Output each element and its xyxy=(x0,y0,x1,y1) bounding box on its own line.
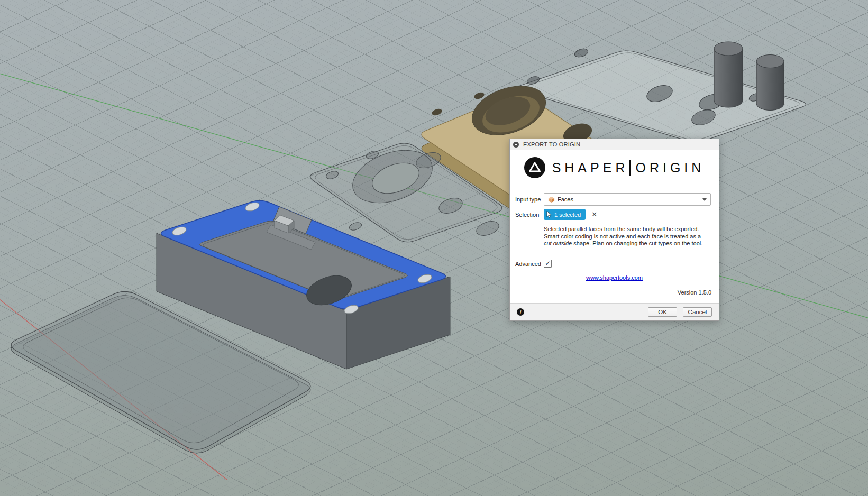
dialog-footer: i OK Cancel xyxy=(510,303,719,320)
export-dialog: EXPORT TO ORIGIN SHAPER ORIGIN Input typ… xyxy=(509,139,719,321)
chevron-down-icon xyxy=(702,198,707,201)
scene-3d xyxy=(0,0,868,496)
shaper-origin-logo: SHAPER ORIGIN xyxy=(510,157,719,178)
dialog-body: SHAPER ORIGIN Input type Faces xyxy=(510,150,719,303)
selection-badge[interactable]: 1 selected xyxy=(544,209,586,220)
input-type-dropdown[interactable]: Faces xyxy=(544,193,711,206)
logo-divider xyxy=(629,160,631,176)
dialog-title: EXPORT TO ORIGIN xyxy=(523,141,580,148)
checkmark-icon: ✓ xyxy=(545,260,550,267)
dialog-header[interactable]: EXPORT TO ORIGIN xyxy=(510,139,719,150)
collapse-icon[interactable] xyxy=(513,142,519,148)
selection-label: Selection xyxy=(515,212,544,218)
input-type-value: Faces xyxy=(558,196,573,203)
advanced-label: Advanced xyxy=(515,261,544,267)
logo-shaper: SHAPER xyxy=(552,160,629,176)
clear-selection-icon[interactable]: ✕ xyxy=(591,211,597,218)
version-text: Version 1.5.0 xyxy=(678,289,711,296)
faces-icon xyxy=(548,196,555,203)
advanced-checkbox[interactable]: ✓ xyxy=(544,260,552,268)
part-cylinder-pin-1[interactable] xyxy=(714,42,743,107)
input-type-label: Input type xyxy=(515,196,544,203)
logo-origin: ORIGIN xyxy=(635,160,705,176)
app-window: EXPORT TO ORIGIN SHAPER ORIGIN Input typ… xyxy=(0,0,868,496)
ok-button[interactable]: OK xyxy=(648,307,677,317)
part-cylinder-pin-2[interactable] xyxy=(756,55,784,111)
cancel-button[interactable]: Cancel xyxy=(683,307,712,317)
selection-count: 1 selected xyxy=(554,212,581,218)
shapertools-link[interactable]: www.shapertools.com xyxy=(586,274,643,281)
help-text: Selected parallel faces from the same bo… xyxy=(544,226,710,247)
cursor-icon xyxy=(546,210,552,218)
info-icon[interactable]: i xyxy=(517,308,524,316)
shaper-triangle-icon xyxy=(524,157,545,178)
